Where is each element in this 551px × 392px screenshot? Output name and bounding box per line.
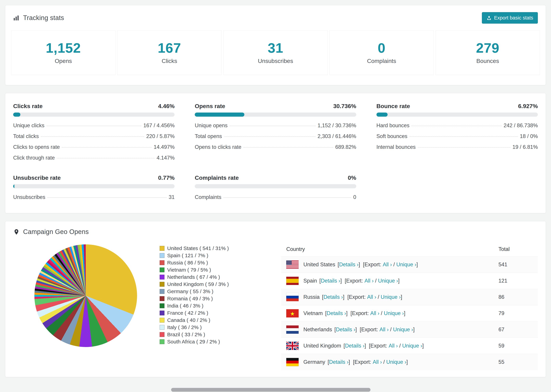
rate-row: Opens to clicks rate 689.82%	[195, 142, 356, 152]
rate-progress-fill	[376, 112, 388, 117]
separator: /	[379, 310, 384, 316]
geo-content: United States ( 541 / 31% ) Spain ( 121 …	[5, 237, 546, 377]
stat-label: Complaints	[331, 58, 432, 64]
rate-progress-fill	[13, 184, 14, 188]
legend-label: Brazil ( 33 / 2% )	[167, 332, 205, 337]
rate-row-label: Clicks to opens rate	[13, 144, 60, 150]
dotted-leader	[410, 136, 518, 137]
rate-row-label: Click through rate	[13, 155, 55, 161]
separator: /	[376, 294, 381, 300]
country-cell: United States[Details ›] [Export: All › …	[286, 260, 498, 269]
rate-row-value: 242 / 86.738%	[504, 122, 538, 129]
stat-label: Bounces	[437, 58, 538, 64]
geo-pie-chart	[34, 245, 137, 347]
export-unique-link[interactable]: Unique ›	[381, 294, 401, 300]
legend-swatch	[160, 282, 164, 287]
bracket: [	[319, 278, 321, 284]
bracket: ]	[401, 294, 402, 300]
geo-header: Campaign Geo Opens	[5, 221, 546, 237]
geo-table-body: United States[Details ›] [Export: All › …	[281, 256, 538, 370]
legend-label: France ( 42 / 2% )	[167, 310, 208, 316]
flag-ru-icon	[286, 293, 299, 301]
export-all-link[interactable]: All ›	[389, 343, 398, 349]
country-total: 541	[498, 261, 533, 268]
rate-row-label: Total clicks	[13, 133, 39, 139]
bracket: [	[327, 359, 329, 365]
bracket: ]	[404, 310, 405, 316]
rate-row-value: 167 / 4.456%	[143, 122, 175, 129]
horizontal-scrollbar[interactable]	[171, 388, 370, 392]
export-all-link[interactable]: All ›	[367, 294, 376, 300]
export-all-link[interactable]: All ›	[373, 359, 382, 365]
rate-progress-bar	[13, 112, 175, 117]
dotted-leader	[47, 126, 141, 126]
dotted-leader	[418, 147, 510, 147]
bracket: ] [Export:	[343, 294, 367, 300]
country-cell: Netherlands[Details ›] [Export: All › / …	[286, 325, 498, 334]
rate-row-value: 220 / 5.87%	[146, 133, 175, 139]
bracket: ]	[398, 278, 400, 284]
legend-label: United Kingdom ( 59 / 3% )	[167, 281, 229, 287]
legend-label: Italy ( 36 / 2% )	[167, 324, 202, 330]
rate-title: Clicks rate	[13, 103, 42, 109]
rate-row: Unique opens 1,152 / 30.736%	[195, 120, 356, 131]
dotted-leader	[411, 126, 502, 126]
legend-label: Spain ( 121 / 7% )	[167, 253, 208, 259]
stat-box: 31 Unsubscribes	[223, 30, 328, 75]
details-link[interactable]: Details ›	[323, 294, 343, 300]
stat-value: 1,152	[13, 40, 114, 56]
legend-item: Russia ( 86 / 5% )	[160, 260, 229, 266]
rate-row: Unique clicks 167 / 4.456%	[13, 120, 175, 131]
rate-row: Complaints 0	[195, 192, 356, 203]
stat-box: 167 Clicks	[117, 30, 222, 75]
stat-label: Unsubscribes	[225, 58, 326, 64]
table-row: Germany[Details ›] [Export: All › / Uniq…	[281, 354, 538, 370]
legend-swatch	[160, 325, 164, 330]
export-all-link[interactable]: All ›	[370, 310, 379, 316]
bracket: [	[334, 327, 336, 333]
flag-de-icon	[286, 358, 299, 366]
stat-value: 167	[119, 40, 220, 56]
rates-grid: Clicks rate 4.46% Unique clicks 167 / 4.…	[13, 103, 538, 203]
legend-swatch	[160, 246, 164, 251]
country-cell: Vietnam[Details ›] [Export: All › / Uniq…	[286, 309, 498, 317]
export-button-label: Export basic stats	[494, 15, 533, 21]
bracket: ]	[413, 327, 415, 333]
export-all-link[interactable]: All ›	[365, 278, 374, 284]
stat-value: 31	[225, 40, 326, 56]
rate-progress-bar	[195, 184, 356, 188]
details-link[interactable]: Details ›	[336, 327, 355, 333]
details-link[interactable]: Details ›	[329, 359, 349, 365]
table-row: United Kingdom[Details ›] [Export: All ›…	[281, 338, 538, 354]
export-unique-link[interactable]: Unique ›	[384, 310, 404, 316]
rate-title: Bounce rate	[376, 103, 410, 109]
export-unique-link[interactable]: Unique ›	[393, 327, 413, 333]
geo-table-header: Country Total	[281, 242, 538, 256]
rate-row: Unsubscribes 31	[13, 192, 175, 203]
legend-item: India ( 46 / 3% )	[160, 303, 229, 309]
stats-row: 1,152 Opens 167 Clicks 31 Unsubscribes 0…	[5, 25, 546, 85]
country-name: Spain	[304, 278, 317, 284]
geo-table: Country Total United States[Details ›] […	[281, 242, 538, 370]
export-all-link[interactable]: All ›	[380, 327, 389, 333]
legend-swatch	[160, 289, 164, 294]
export-all-link[interactable]: All ›	[383, 261, 392, 268]
export-unique-link[interactable]: Unique ›	[378, 278, 398, 284]
export-unique-link[interactable]: Unique ›	[396, 261, 416, 268]
country-name: United States	[304, 261, 335, 268]
dotted-leader	[230, 126, 316, 126]
dotted-leader	[41, 136, 144, 137]
export-basic-stats-button[interactable]: Export basic stats	[482, 12, 538, 24]
details-link[interactable]: Details ›	[345, 343, 365, 349]
country-total: 67	[498, 327, 533, 333]
bracket: [	[338, 261, 339, 268]
legend-swatch	[160, 318, 164, 322]
rate-row-value: 14.497%	[154, 144, 175, 150]
legend-swatch	[160, 267, 164, 272]
export-unique-link[interactable]: Unique ›	[386, 359, 406, 365]
details-link[interactable]: Details ›	[321, 278, 340, 284]
details-link[interactable]: Details ›	[339, 261, 359, 268]
rate-row: Soft bounces 18 / 0%	[376, 131, 538, 142]
details-link[interactable]: Details ›	[327, 310, 346, 316]
export-unique-link[interactable]: Unique ›	[402, 343, 422, 349]
